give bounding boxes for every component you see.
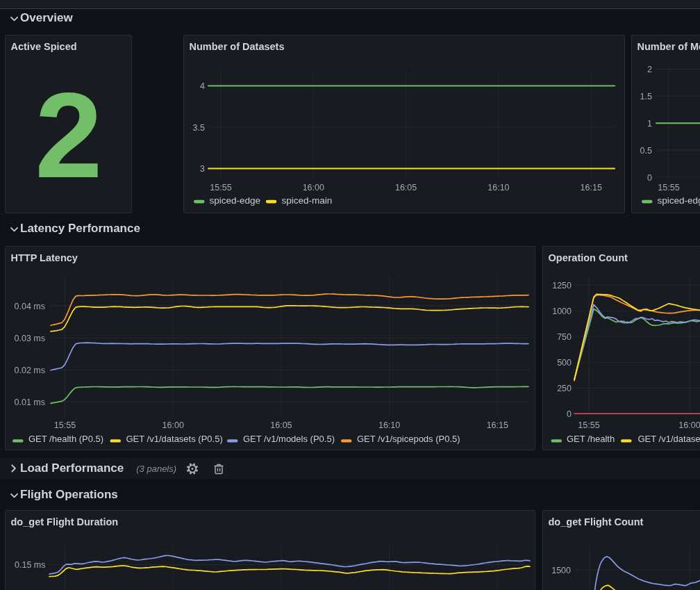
svg-text:spiced-main: spiced-main bbox=[282, 195, 333, 206]
svg-text:GET /v1/datasets (P0.5): GET /v1/datasets (P0.5) bbox=[638, 434, 700, 444]
svg-text:16:00: 16:00 bbox=[678, 420, 700, 430]
svg-text:16:10: 16:10 bbox=[378, 420, 400, 430]
svg-text:15:55: 15:55 bbox=[578, 420, 599, 430]
svg-text:1250: 1250 bbox=[552, 281, 572, 290]
svg-text:250: 250 bbox=[557, 384, 572, 393]
svg-text:15:55: 15:55 bbox=[658, 183, 679, 192]
svg-text:do_get Flight Count: do_get Flight Count bbox=[549, 516, 644, 527]
svg-text:Operation Count: Operation Count bbox=[549, 252, 628, 263]
svg-text:GET /health (P0.5): GET /health (P0.5) bbox=[28, 434, 103, 444]
svg-text:do_get Flight Duration: do_get Flight Duration bbox=[11, 516, 119, 527]
svg-text:1.5: 1.5 bbox=[640, 92, 652, 101]
svg-text:GET /health: GET /health bbox=[567, 434, 615, 444]
svg-text:Active Spiced: Active Spiced bbox=[11, 41, 77, 52]
svg-text:16:05: 16:05 bbox=[395, 183, 417, 192]
svg-text:0.03 ms: 0.03 ms bbox=[15, 334, 45, 343]
svg-text:2: 2 bbox=[35, 67, 102, 203]
svg-text:0: 0 bbox=[567, 409, 572, 419]
svg-text:0.04 ms: 0.04 ms bbox=[15, 302, 45, 311]
svg-text:3: 3 bbox=[200, 164, 205, 174]
svg-text:3.5: 3.5 bbox=[193, 123, 205, 133]
svg-text:4: 4 bbox=[200, 81, 205, 91]
svg-text:spiced-edge: spiced-edge bbox=[658, 195, 700, 206]
svg-text:1000: 1000 bbox=[552, 306, 572, 316]
svg-text:16:10: 16:10 bbox=[488, 183, 509, 192]
svg-text:750: 750 bbox=[557, 332, 572, 342]
svg-text:16:15: 16:15 bbox=[487, 420, 508, 430]
svg-text:1: 1 bbox=[647, 119, 652, 129]
svg-text:500: 500 bbox=[557, 358, 572, 368]
svg-text:Number of Datasets: Number of Datasets bbox=[190, 41, 285, 52]
svg-text:0.02 ms: 0.02 ms bbox=[15, 366, 45, 375]
svg-text:spiced-edge: spiced-edge bbox=[210, 195, 261, 206]
svg-text:Number of Models: Number of Models bbox=[638, 41, 700, 52]
svg-text:1500: 1500 bbox=[551, 566, 571, 575]
svg-text:0: 0 bbox=[647, 173, 652, 183]
svg-text:15:55: 15:55 bbox=[210, 183, 231, 192]
svg-text:GET /v1/spicepods (P0.5): GET /v1/spicepods (P0.5) bbox=[357, 434, 460, 444]
svg-text:0.15 ms: 0.15 ms bbox=[15, 560, 45, 570]
svg-text:GET /v1/models (P0.5): GET /v1/models (P0.5) bbox=[243, 434, 335, 444]
svg-text:16:15: 16:15 bbox=[581, 183, 602, 192]
svg-text:HTTP Latency: HTTP Latency bbox=[11, 252, 78, 263]
svg-text:0.5: 0.5 bbox=[640, 146, 652, 156]
svg-text:0.01 ms: 0.01 ms bbox=[15, 398, 45, 407]
svg-text:2: 2 bbox=[647, 65, 652, 74]
svg-text:16:05: 16:05 bbox=[270, 420, 292, 430]
svg-text:GET /v1/datasets (P0.5): GET /v1/datasets (P0.5) bbox=[126, 434, 223, 444]
svg-text:16:00: 16:00 bbox=[303, 183, 324, 192]
svg-text:15:55: 15:55 bbox=[54, 420, 76, 430]
svg-text:16:00: 16:00 bbox=[162, 420, 184, 430]
